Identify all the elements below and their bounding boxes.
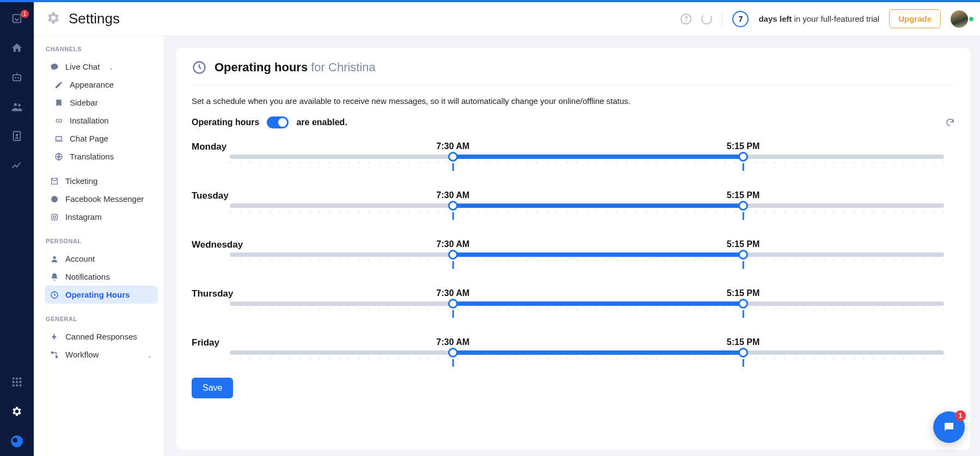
start-time-label: 7:30 AM	[437, 190, 470, 200]
inbox-icon[interactable]: 1	[10, 12, 23, 25]
svg-point-23	[56, 215, 57, 215]
slider-end-handle[interactable]	[738, 201, 748, 211]
clock-icon	[192, 60, 207, 75]
bolt-icon	[50, 332, 59, 341]
end-time-label: 5:15 PM	[727, 141, 759, 151]
schedule-row: Thursday 7:30 AM 5:15 PM	[192, 288, 955, 312]
svg-point-5	[18, 104, 21, 107]
svg-point-7	[16, 134, 19, 137]
sidebar-item-label: Appearance	[70, 80, 114, 89]
chat-launcher-button[interactable]: 1	[933, 411, 965, 443]
sidebar-item-ticketing[interactable]: Ticketing	[45, 172, 158, 190]
schedule-list: Monday 7:30 AM 5:15 PM Tuesday 7:30 AM	[192, 141, 955, 372]
time-slider-track[interactable]	[230, 350, 944, 355]
time-slider-track[interactable]	[230, 252, 944, 257]
time-slider-track[interactable]	[230, 301, 944, 306]
sync-icon[interactable]	[701, 14, 712, 24]
settings-icon[interactable]	[10, 405, 23, 418]
operating-hours-toggle[interactable]	[267, 116, 289, 128]
sidebar-item-installation[interactable]: Installation	[45, 112, 158, 130]
start-time-label: 7:30 AM	[437, 141, 470, 151]
save-button[interactable]: Save	[192, 378, 233, 398]
sidebar-item-label: Operating Hours	[65, 290, 130, 299]
slider-start-handle[interactable]	[448, 152, 458, 162]
sidebar-item-label: Sidebar	[70, 98, 98, 107]
svg-point-3	[17, 77, 19, 79]
inbox-badge: 1	[21, 10, 29, 18]
person-icon	[50, 255, 59, 263]
svg-rect-10	[20, 378, 22, 380]
refresh-icon[interactable]	[945, 118, 955, 127]
svg-rect-12	[16, 381, 18, 383]
start-time-label: 7:30 AM	[437, 288, 470, 298]
enable-state: are enabled.	[296, 118, 347, 127]
time-slider-track[interactable]	[230, 204, 944, 208]
svg-rect-11	[13, 381, 15, 383]
day-label: Tuesday	[192, 190, 230, 201]
apps-icon[interactable]	[10, 375, 23, 389]
sidebar-item-label: Notifications	[65, 272, 110, 281]
sidebar-item-facebook-messenger[interactable]: Facebook Messenger	[45, 190, 158, 208]
sidebar-item-chat-page[interactable]: Chat Page	[45, 130, 158, 147]
sidebar-item-notifications[interactable]: Notifications	[45, 268, 158, 286]
messenger-icon	[50, 195, 59, 204]
day-label: Friday	[192, 337, 230, 348]
panel-title: Operating hours for Christina	[215, 60, 376, 75]
svg-point-22	[53, 215, 56, 218]
svg-rect-26	[51, 352, 53, 354]
slider-start-handle[interactable]	[448, 348, 458, 358]
trial-text: days left in your full-featured trial	[758, 14, 879, 23]
gear-icon	[46, 10, 61, 28]
enable-label: Operating hours	[192, 118, 259, 127]
contacts-icon[interactable]	[10, 130, 23, 143]
slider-start-handle[interactable]	[448, 250, 458, 260]
settings-sidebar: CHANNELS Live Chat Appearance Si	[34, 36, 163, 456]
sidebar-group-personal: PERSONAL	[46, 238, 158, 244]
chat-badge: 1	[955, 410, 966, 421]
svg-rect-13	[20, 381, 22, 383]
slider-end-handle[interactable]	[738, 299, 748, 309]
sidebar-item-operating-hours[interactable]: Operating Hours	[45, 286, 158, 304]
end-time-label: 5:15 PM	[727, 288, 759, 298]
start-time-label: 7:30 AM	[437, 337, 470, 347]
sidebar-item-label: Canned Responses	[65, 332, 137, 341]
bookmark-icon	[54, 98, 63, 107]
people-icon[interactable]	[10, 100, 23, 113]
end-time-label: 5:15 PM	[727, 239, 759, 249]
sidebar-item-account[interactable]: Account	[45, 250, 158, 268]
home-icon[interactable]	[10, 41, 23, 54]
sidebar-item-sidebar[interactable]: Sidebar	[45, 94, 158, 112]
sidebar-item-label: Facebook Messenger	[65, 194, 144, 204]
start-time-label: 7:30 AM	[437, 239, 470, 249]
bot-icon[interactable]	[10, 71, 23, 84]
svg-rect-15	[16, 385, 18, 387]
day-label: Wednesday	[192, 239, 230, 250]
sidebar-item-label: Installation	[70, 116, 109, 125]
slider-start-handle[interactable]	[448, 299, 458, 309]
trial-days-badge: 7	[732, 11, 749, 27]
sidebar-item-live-chat[interactable]: Live Chat	[45, 58, 158, 76]
analytics-icon[interactable]	[10, 159, 23, 172]
avatar[interactable]	[951, 10, 968, 28]
time-slider-track[interactable]	[230, 155, 944, 159]
schedule-row: Monday 7:30 AM 5:15 PM	[192, 141, 955, 165]
help-icon[interactable]: ?	[681, 14, 691, 24]
schedule-row: Wednesday 7:30 AM 5:15 PM	[192, 239, 955, 263]
svg-rect-14	[13, 385, 15, 387]
sidebar-item-instagram[interactable]: Instagram	[45, 208, 158, 226]
sidebar-item-canned-responses[interactable]: Canned Responses	[45, 328, 158, 346]
divider	[722, 11, 722, 27]
header: Settings ? 7 days left in your full-feat…	[34, 2, 980, 36]
slider-end-handle[interactable]	[738, 348, 748, 358]
slider-end-handle[interactable]	[738, 152, 748, 162]
slider-end-handle[interactable]	[738, 250, 748, 260]
sidebar-item-translations[interactable]: Translations	[45, 147, 158, 165]
slider-start-handle[interactable]	[448, 201, 458, 211]
sidebar-item-appearance[interactable]: Appearance	[45, 76, 158, 94]
svg-point-4	[14, 103, 17, 107]
sidebar-item-label: Instagram	[65, 212, 102, 221]
svg-point-2	[15, 77, 16, 79]
upgrade-button[interactable]: Upgrade	[889, 9, 941, 28]
day-label: Thursday	[192, 288, 230, 299]
sidebar-item-workflow[interactable]: Workflow	[45, 346, 158, 363]
